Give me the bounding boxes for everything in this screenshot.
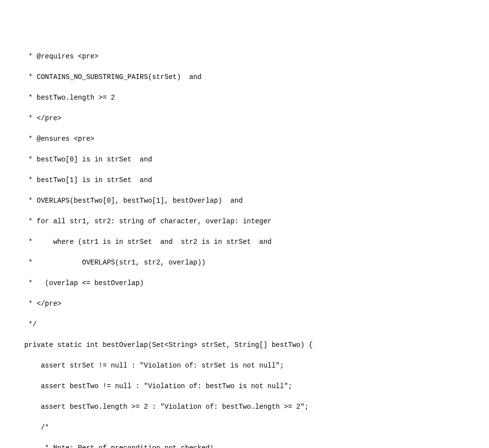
code-line: * @ensures <pre> (8, 134, 481, 144)
code-line: private static int bestOverlap(Set<Strin… (8, 340, 481, 350)
code-line: assert bestTwo != null : "Violation of: … (8, 381, 481, 392)
code-line: * OVERLAPS(bestTwo[0], bestTwo[1], bestO… (8, 196, 481, 206)
code-line: * bestTwo[1] is in strSet and (8, 175, 481, 185)
code-line: * bestTwo[0] is in strSet and (8, 155, 481, 165)
code-block: * @requires <pre> * CONTAINS_NO_SUBSTRIN… (0, 41, 489, 448)
code-line: assert bestTwo.length >= 2 : "Violation … (8, 402, 481, 412)
code-line: * OVERLAPS(str1, str2, overlap)) (8, 258, 481, 268)
code-line: assert strSet != null : "Violation of: s… (8, 361, 481, 371)
code-line: /* (8, 422, 481, 433)
code-line: * Note: Rest of precondition not checked… (8, 443, 481, 448)
code-line: * for all str1, str2: string of characte… (8, 216, 481, 227)
code-line: * bestTwo.length >= 2 (8, 93, 481, 103)
code-line: * CONTAINS_NO_SUBSTRING_PAIRS(strSet) an… (8, 72, 481, 82)
code-line: * </pre> (8, 299, 481, 309)
code-line: */ (8, 319, 481, 330)
code-line: * where (str1 is in strSet and str2 is i… (8, 237, 481, 247)
code-line: * (overlap <= bestOverlap) (8, 278, 481, 289)
code-line: * @requires <pre> (8, 52, 481, 62)
code-line: * </pre> (8, 113, 481, 124)
